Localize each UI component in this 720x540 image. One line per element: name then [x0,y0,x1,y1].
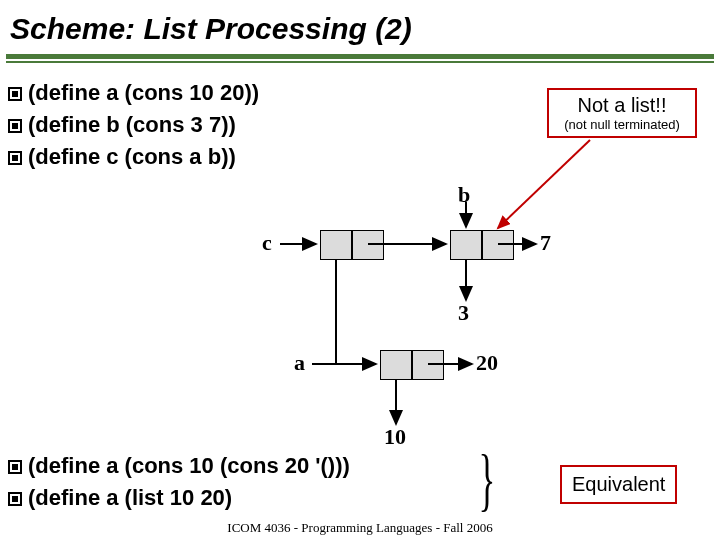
callout-equivalent: Equivalent [560,465,677,504]
label-a: a [294,350,305,376]
label-b: b [458,182,470,208]
diagram-arrows [240,200,570,460]
bottom-code-block: (define a (cons 10 (cons 20 '())) (defin… [8,450,350,514]
label-3: 3 [458,300,469,326]
code-text: (define a (list 10 20) [28,485,232,510]
cons-diagram: c b 7 3 a 20 10 [240,200,570,450]
label-20: 20 [476,350,498,376]
callout-text: Equivalent [572,473,665,496]
code-line-5: (define a (list 10 20) [8,482,350,514]
code-text: (define a (cons 10 (cons 20 '())) [28,453,350,478]
brace-icon: } [478,440,495,520]
label-c: c [262,230,272,256]
bullet-icon [8,492,22,506]
code-line-4: (define a (cons 10 (cons 20 '())) [8,450,350,482]
label-10: 10 [384,424,406,450]
bullet-icon [8,460,22,474]
label-7: 7 [540,230,551,256]
slide-footer: ICOM 4036 - Programming Languages - Fall… [0,520,720,536]
